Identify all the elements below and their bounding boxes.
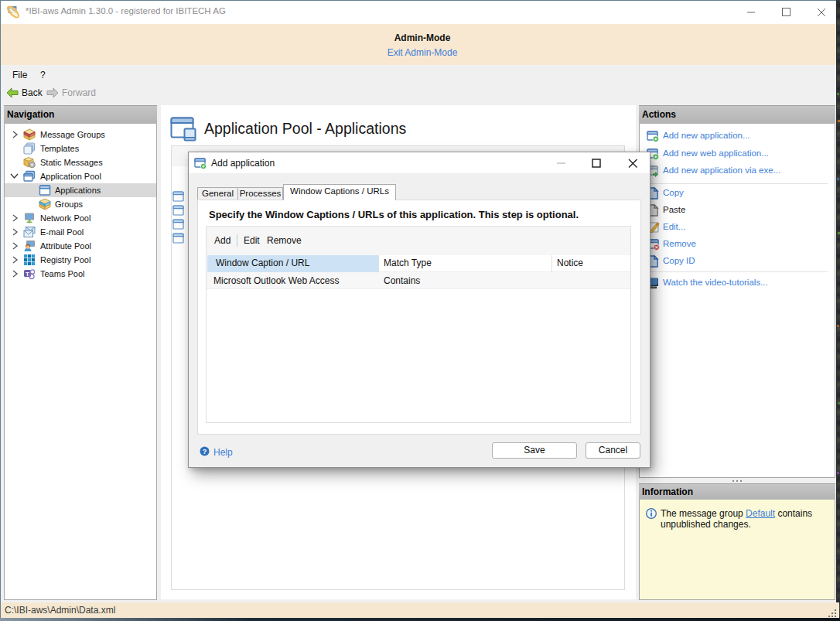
- svg-text:T: T: [26, 271, 29, 278]
- svg-text:?: ?: [203, 448, 207, 456]
